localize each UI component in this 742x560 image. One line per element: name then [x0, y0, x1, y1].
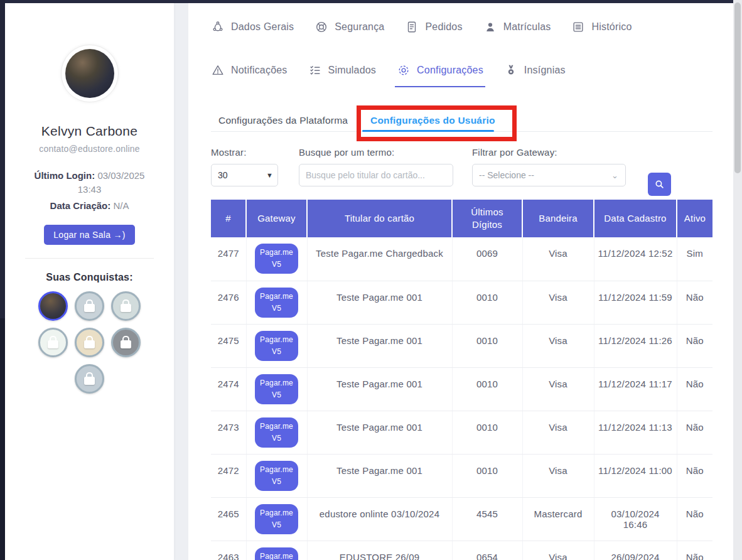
tab-label: Simulados [328, 65, 377, 76]
left-edge-strip [0, 0, 5, 560]
lock-icon [121, 340, 131, 348]
table-row-2463: 2463Pagar.meV5EDUSTORE 26/090654Visa26/0… [211, 541, 712, 560]
tab-matriculas[interactable]: Matrículas [483, 20, 551, 34]
cell-date: 03/10/2024 16:46 [594, 497, 677, 541]
cell-holder: Teste Pagar.me Chargedback [307, 237, 452, 281]
achievement-badge-5[interactable] [75, 328, 104, 357]
cell-gateway: Pagar.meV5 [246, 411, 307, 454]
subtab-configuracoes-da-plataforma[interactable]: Configurações da Plataforma [218, 115, 348, 126]
table-row-2474: 2474Pagar.meV5Teste Pagar.me 0010010Visa… [211, 367, 712, 411]
show-select[interactable]: 30 [211, 164, 278, 186]
cell-active: Sim [677, 237, 712, 281]
last-login-info: Último Login: 03/03/2025 13:43 [28, 169, 151, 197]
scrollbar-thumb[interactable] [734, 3, 741, 173]
table-row-2472: 2472Pagar.meV5Teste Pagar.me 0010010Visa… [211, 454, 712, 497]
cell-digits: 0654 [452, 541, 522, 560]
profile-email: contato@edustore.online [5, 144, 174, 154]
achievement-badge-3[interactable] [111, 291, 141, 321]
cell-holder: Teste Pagar.me 001 [307, 281, 452, 324]
cell-id: 2474 [211, 367, 246, 411]
gateway-badge: Pagar.meV5 [255, 547, 298, 560]
settings-icon [397, 63, 411, 77]
achievements-title: Suas Conquistas: [5, 272, 174, 283]
tab-dados-gerais[interactable]: Dados Gerais [211, 20, 294, 34]
cell-id: 2465 [211, 497, 246, 541]
gateway-badge: Pagar.meV5 [255, 288, 298, 318]
tabs-row-1: Dados GeraisSegurançaPedidosMatrículasHi… [211, 20, 632, 34]
cell-id: 2473 [211, 411, 246, 454]
creation-date-info: Data Criação: N/A [5, 200, 174, 211]
table-row-2476: 2476Pagar.meV5Teste Pagar.me 0010010Visa… [211, 281, 712, 324]
tab-label: Matrículas [503, 21, 551, 33]
cell-gateway: Pagar.meV5 [246, 454, 307, 497]
show-label: Mostrar: [211, 147, 247, 158]
achievement-badge-1[interactable] [38, 291, 68, 321]
column-header-ultimos-digitos: Últimos Dígitos [452, 200, 522, 237]
column-header-num: # [211, 200, 246, 237]
security-icon [315, 20, 328, 34]
table-header-row: #GatewayTitular do cartãoÚltimos Dígitos… [211, 200, 712, 237]
cell-holder: Teste Pagar.me 001 [307, 324, 452, 367]
search-button[interactable] [648, 173, 671, 196]
tab-label: Configurações [417, 65, 483, 76]
tab-insignias[interactable]: Insígnias [504, 63, 566, 77]
achievements-grid [31, 291, 148, 394]
cell-holder: Teste Pagar.me 001 [307, 411, 452, 454]
tab-seguranca[interactable]: Segurança [315, 20, 384, 34]
achievement-badge-4[interactable] [38, 328, 68, 357]
cell-holder: edustore onlinte 03/10/2024 [307, 497, 452, 541]
tab-notificacoes[interactable]: Notificações [211, 63, 288, 77]
gateway-badge: Pagar.meV5 [255, 244, 298, 274]
login-room-button[interactable]: Logar na Sala →) [44, 225, 135, 245]
cell-active: Não [677, 497, 712, 541]
tab-simulados[interactable]: Simulados [308, 63, 377, 77]
gateway-badge: Pagar.meV5 [255, 417, 298, 448]
cell-date: 11/12/2024 11:59 [594, 281, 677, 324]
tab-label: Insígnias [524, 65, 566, 76]
tab-label: Notificações [231, 65, 288, 76]
cell-date: 11/12/2024 11:13 [594, 411, 677, 454]
cell-gateway: Pagar.meV5 [246, 237, 307, 281]
achievement-badge-2[interactable] [75, 291, 104, 321]
table-row-2473: 2473Pagar.meV5Teste Pagar.me 0010010Visa… [211, 411, 712, 454]
profile-sidebar: Kelvyn Carbone contato@edustore.online Ú… [5, 3, 174, 560]
cell-gateway: Pagar.meV5 [246, 541, 307, 560]
table-row-2477: 2477Pagar.meV5Teste Pagar.me Chargedback… [211, 237, 712, 281]
cell-id: 2463 [211, 541, 246, 560]
notifications-icon [211, 63, 225, 77]
table-row-2475: 2475Pagar.meV5Teste Pagar.me 0010010Visa… [211, 324, 712, 367]
column-header-gateway: Gateway [246, 200, 307, 237]
subtab-configuracoes-do-usuario[interactable]: Configurações do Usuário [370, 115, 495, 126]
main-content: Dados GeraisSegurançaPedidosMatrículasHi… [188, 3, 733, 560]
cell-digits: 0010 [452, 281, 522, 324]
gateway-badge: Pagar.meV5 [255, 461, 298, 491]
cell-active: Não [677, 367, 712, 411]
creation-date-label: Data Criação: [50, 200, 111, 211]
cell-brand: Visa [522, 454, 594, 497]
tab-historico[interactable]: Histórico [571, 20, 632, 34]
search-icon [654, 179, 665, 190]
history-icon [571, 20, 585, 34]
gateway-select[interactable]: -- Selecione -- [472, 164, 626, 186]
column-header-titular-do-cartao: Titular do cartão [307, 200, 452, 237]
cell-gateway: Pagar.meV5 [246, 281, 307, 324]
column-header-data-cadastro: Data Cadastro [594, 200, 677, 237]
cell-id: 2477 [211, 237, 246, 281]
cell-active: Não [677, 541, 712, 560]
lock-icon [84, 340, 95, 348]
cell-id: 2476 [211, 281, 246, 324]
sign-in-icon: →) [114, 230, 126, 240]
cell-id: 2472 [211, 454, 246, 497]
achievement-badge-7[interactable] [75, 364, 104, 394]
cards-table: #GatewayTitular do cartãoÚltimos Dígitos… [211, 200, 712, 560]
creation-date-value: N/A [113, 200, 129, 211]
achievement-badge-6[interactable] [111, 328, 141, 357]
tab-configuracoes[interactable]: Configurações [397, 63, 483, 77]
search-input[interactable] [299, 164, 453, 186]
cell-brand: Visa [522, 237, 594, 281]
tab-label: Pedidos [425, 21, 462, 33]
tab-pedidos[interactable]: Pedidos [405, 20, 462, 34]
cell-digits: 4545 [452, 497, 522, 541]
lock-icon [84, 304, 95, 312]
data-icon [211, 20, 225, 34]
